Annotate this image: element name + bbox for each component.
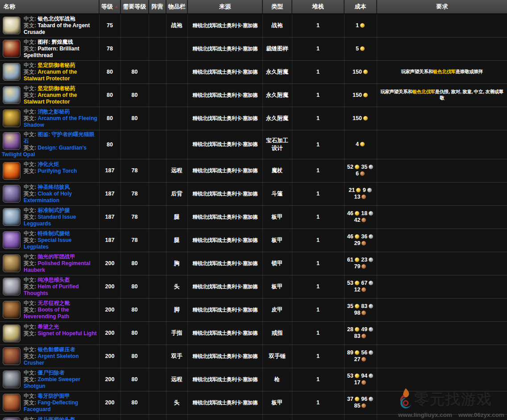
- shotgun-icon[interactable]: [3, 370, 21, 388]
- faction-cell: [149, 37, 166, 60]
- required-level-cell: 80: [121, 252, 149, 275]
- item-name-cn[interactable]: 图样: 辉煌魔线: [37, 39, 73, 45]
- item-name-cn[interactable]: 特殊制式腿铠: [37, 230, 70, 237]
- cost-cell: 89 5627: [344, 345, 377, 368]
- item-name-cn[interactable]: 坚定防御者秘药: [37, 85, 75, 91]
- mender-helm-icon[interactable]: [3, 417, 21, 420]
- cost-cell: 150: [344, 60, 377, 83]
- fleeing-shadow-arcanum-icon[interactable]: [3, 109, 21, 127]
- requirement-cell: [377, 130, 507, 159]
- cost-cell: 5: [344, 37, 377, 60]
- cn-label: 中文:: [24, 39, 36, 45]
- copper-coin-icon: [362, 357, 366, 362]
- item-name-cn[interactable]: 无尽征程之靴: [37, 300, 70, 306]
- column-header-name[interactable]: 名称: [0, 0, 99, 14]
- column-header-req[interactable]: 要求: [377, 0, 507, 14]
- slot-cell: 头: [166, 275, 187, 298]
- legguards-icon[interactable]: [3, 208, 21, 226]
- faction-link[interactable]: 银色北伐军: [412, 89, 435, 94]
- item-name-en[interactable]: Signet of Hopeful Light: [37, 330, 96, 337]
- item-name-cn[interactable]: 银色北伐军战袍: [37, 16, 75, 22]
- helm-icon[interactable]: [3, 278, 21, 295]
- item-level-cell: 187: [99, 229, 121, 252]
- item-name-cn[interactable]: 纯净思维头盔: [37, 277, 70, 283]
- required-level-cell: 78: [121, 229, 149, 252]
- item-name-cn[interactable]: 神圣终结披风: [37, 184, 70, 190]
- faction-link[interactable]: 银色北伐军: [433, 69, 456, 74]
- gold-coin-icon: [355, 350, 359, 355]
- item-name-cn[interactable]: 战斗医师的头盔: [37, 416, 75, 420]
- column-header-level[interactable]: 等级▲: [99, 0, 121, 14]
- torch-icon[interactable]: [3, 162, 21, 180]
- item-level-cell: 200: [99, 345, 121, 368]
- column-header-faction[interactable]: 阵营: [149, 0, 166, 14]
- table-row: 中文: 标准制式护腿 英文: Standard Issue Legguards …: [0, 205, 507, 229]
- item-name-cn[interactable]: 消散之影秘药: [37, 108, 70, 115]
- source-cell: 精锐北伐军战士奥利卡·塞加德: [187, 182, 262, 205]
- source-cell: 精锐北伐军战士奥利卡·塞加德: [187, 345, 262, 368]
- item-level-cell: 80: [99, 83, 121, 107]
- item-level-cell: 80: [99, 60, 121, 83]
- signet-icon[interactable]: [3, 324, 21, 342]
- gold-coin-icon: [355, 165, 359, 169]
- boots-icon[interactable]: [3, 301, 21, 319]
- faction-cell: [149, 275, 166, 298]
- name-cell: 中文: 银色骷髅碾压者 英文: Argent Skeleton Crusher: [0, 345, 99, 368]
- stack-cell: 1: [292, 414, 344, 420]
- arcanum-scroll-icon[interactable]: [3, 63, 21, 81]
- source-cell: 精锐北伐军战士奥利卡·塞加德: [187, 298, 262, 321]
- required-level-cell: 80: [121, 298, 149, 321]
- required-level-cell: 80: [121, 414, 149, 420]
- en-label: 英文:: [24, 260, 36, 266]
- silver-coin-icon: [369, 211, 373, 216]
- column-header-type[interactable]: 类型: [262, 0, 292, 14]
- silver-coin-icon: [369, 327, 373, 332]
- required-level-cell: 78: [121, 182, 149, 205]
- item-name-cn[interactable]: 僵尸扫除者: [37, 370, 64, 376]
- tabard-icon[interactable]: [3, 17, 21, 34]
- faction-cell: [149, 14, 166, 37]
- name-cell: 中文: 希望之光 英文: Signet of Hopeful Light: [0, 321, 99, 345]
- item-name-cn[interactable]: 毒牙防护面甲: [37, 393, 70, 399]
- copper-coin-icon: [360, 171, 365, 176]
- faceguard-icon[interactable]: [3, 394, 21, 412]
- slot-cell: [166, 60, 187, 83]
- item-name-cn[interactable]: 抛光的军团战甲: [37, 254, 75, 260]
- column-header-stack[interactable]: 堆栈: [292, 0, 344, 14]
- cn-label: 中文:: [24, 85, 36, 91]
- requirement-cell: [377, 14, 507, 37]
- column-header-slot[interactable]: 物品栏: [166, 0, 187, 14]
- column-header-reqlevel[interactable]: 需要等级: [121, 0, 149, 14]
- source-cell: 精锐北伐军战士奥利卡·塞加德: [187, 60, 262, 83]
- required-level-cell: [121, 14, 149, 37]
- stack-cell: 1: [292, 60, 344, 83]
- item-name-cn[interactable]: 希望之光: [37, 324, 59, 330]
- item-name-cn[interactable]: 标准制式护腿: [37, 207, 70, 213]
- cost-cell: 46 1842: [344, 205, 377, 229]
- column-header-cost[interactable]: 成本: [344, 0, 377, 14]
- legplates-icon[interactable]: [3, 231, 21, 249]
- source-cell: 精锐北伐军战士奥利卡·塞加德: [187, 37, 262, 60]
- slot-cell: 战袍: [166, 14, 187, 37]
- cn-label: 中文:: [24, 277, 36, 283]
- item-name-cn[interactable]: 银色骷髅碾压者: [37, 346, 75, 353]
- name-cell: 中文: 神圣终结披风 英文: Cloak of Holy Exterminati…: [0, 182, 99, 205]
- name-cell: 中文: 特殊制式腿铠 英文: Special Issue Legplates: [0, 229, 99, 252]
- crusher-mace-icon[interactable]: [3, 347, 21, 365]
- hauberk-icon[interactable]: [3, 254, 21, 272]
- item-name-en[interactable]: Purifying Torch: [37, 168, 77, 174]
- item-name-cn[interactable]: 净化火炬: [37, 161, 59, 167]
- copper-coin-icon: [362, 195, 366, 199]
- column-header-source[interactable]: 来源: [187, 0, 262, 14]
- gold-coin-icon: [360, 46, 365, 51]
- en-label: 英文:: [24, 399, 36, 406]
- cn-label: 中文:: [24, 230, 36, 237]
- gold-coin-icon: [355, 327, 359, 332]
- cloak-icon[interactable]: [3, 185, 21, 203]
- design-scroll-icon[interactable]: [3, 132, 21, 150]
- cn-label: 中文:: [24, 370, 36, 376]
- pattern-scroll-icon[interactable]: [3, 40, 21, 58]
- requirement-cell: 玩家声望关系和银色北伐军是仇恨, 敌对, 敌意, 中立, 友善或尊敬: [377, 83, 507, 107]
- item-name-cn[interactable]: 坚定防御者秘药: [37, 62, 75, 68]
- arcanum-scroll-icon[interactable]: [3, 86, 21, 104]
